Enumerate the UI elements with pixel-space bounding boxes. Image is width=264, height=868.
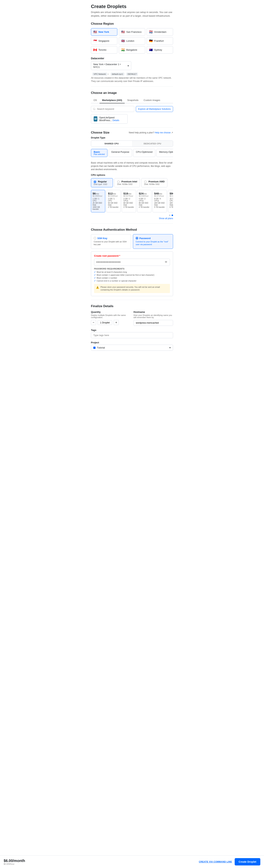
region-label-sydney: Sydney bbox=[154, 49, 162, 51]
pw-warning: ⚠️ Please store your password securely. … bbox=[94, 284, 170, 293]
region-label-bangalore: Bangalore bbox=[126, 49, 137, 51]
hostname-sub: Give your Droplets an identifying name y… bbox=[133, 314, 173, 318]
pw-req-2: ✓ Must contain 1 uppercase letter (canno… bbox=[94, 274, 170, 276]
cpu-option-amd[interactable]: Premium AMD Disk: NVMe SSD bbox=[141, 178, 167, 187]
region-card-sanfrancisco[interactable]: 🇺🇸 San Francisco bbox=[119, 28, 145, 36]
auth-section: Choose Authentication Method SSH Key Con… bbox=[91, 228, 173, 296]
help-me-choose-link[interactable]: Help me choose bbox=[155, 131, 171, 134]
droplet-type-tabs: SHARED CPU DEDICATED CPU bbox=[91, 141, 173, 147]
vpc-note: All resources created in this datacenter… bbox=[91, 76, 173, 83]
plan-tab-general[interactable]: General Purpose bbox=[108, 149, 132, 157]
size-header: Choose Size Need help picking a plan? He… bbox=[91, 131, 173, 134]
region-card-singapore[interactable]: 🇸🇬 Singapore bbox=[91, 37, 117, 44]
cpu-option-radio-regular: Regular bbox=[94, 180, 110, 183]
marketplace-selected-item[interactable]: W OpenLiteSpeed WordPress... Details bbox=[91, 114, 128, 124]
password-dots: •••••••••••••••• bbox=[97, 260, 163, 264]
price-card-18[interactable]: $18/mo $0.027/hour 2 GB / 2 CPUs 60 GB S… bbox=[122, 190, 136, 212]
marketplace-item-info: OpenLiteSpeed WordPress... Details bbox=[99, 116, 125, 122]
cpu-options-row: Regular Disk type: SSD Premium Intel Dis… bbox=[91, 178, 173, 187]
region-label-amsterdam: Amsterdam bbox=[154, 31, 166, 33]
search-row: Explore all Marketplace Solutions bbox=[91, 106, 173, 112]
tab-os[interactable]: OS bbox=[91, 97, 100, 103]
plan-tabs: BasicPlan selected General Purpose CPU-O… bbox=[91, 149, 173, 157]
region-card-bangalore[interactable]: 🇮🇳 Bangalore bbox=[119, 46, 145, 54]
price-card-48[interactable]: $48/mo $0.071/hour 8 GB / 4 CPUs 160 GB … bbox=[153, 190, 167, 212]
project-label: Project bbox=[91, 341, 173, 344]
datacenter-value: New York • Datacenter 1 • NYC1 bbox=[93, 63, 128, 68]
pagination-dots bbox=[91, 215, 173, 216]
plan-tab-cpu[interactable]: CPU-Optimized bbox=[133, 149, 155, 157]
shared-cpu-tab[interactable]: SHARED CPU bbox=[91, 141, 132, 147]
price-card-6[interactable]: $6/mo $0.009/hour 1 GB / 1 CPU 25 GB SSD… bbox=[91, 190, 105, 212]
region-card-sydney[interactable]: 🇦🇺 Sydney bbox=[147, 46, 173, 54]
password-radio bbox=[136, 237, 138, 240]
flag-usa1: 🇺🇸 bbox=[93, 30, 97, 34]
footer-spacer bbox=[91, 356, 173, 369]
tab-marketplace[interactable]: Marketplace (243) bbox=[100, 97, 125, 103]
dot1 bbox=[169, 215, 170, 216]
region-card-toronto[interactable]: 🇨🇦 Toronto bbox=[91, 46, 117, 54]
cpu-option-radio-amd: Premium AMD bbox=[144, 180, 165, 183]
region-label-newyork: New York bbox=[99, 31, 109, 33]
flag-in: 🇮🇳 bbox=[121, 48, 125, 52]
region-grid: 🇺🇸 New York 🇺🇸 San Francisco 🇳🇱 Amsterda… bbox=[91, 28, 173, 54]
password-label: Create root password * bbox=[94, 254, 170, 257]
page-subtitle: Droplets are virtual machines that anyon… bbox=[91, 10, 173, 18]
hostname-input[interactable] bbox=[133, 320, 173, 326]
show-all-plans-link[interactable]: Show all plans bbox=[91, 217, 173, 220]
quantity-label: Quantity bbox=[91, 311, 131, 313]
vpc-label: VPC Network - default-nyc1 DEFAULT bbox=[91, 73, 173, 75]
finalize-title: Finalize Details bbox=[91, 304, 173, 308]
price-card-12[interactable]: $12/mo $0.018/hour 2 GB / 1 CPU 50 GB SS… bbox=[106, 190, 121, 212]
tags-input[interactable] bbox=[91, 332, 173, 338]
tags-section: Tags bbox=[91, 329, 173, 338]
password-card-sub: Connect to your Droplet as the "root" us… bbox=[136, 240, 170, 246]
cpu-option-radio-intel: Premium Intel bbox=[117, 180, 137, 183]
region-card-london[interactable]: 🇬🇧 London bbox=[119, 37, 145, 44]
plan-tab-basic[interactable]: BasicPlan selected bbox=[91, 149, 107, 157]
quantity-row: − + bbox=[91, 320, 131, 325]
plan-tab-memory[interactable]: Memory-Optimized bbox=[156, 149, 173, 157]
flag-sg: 🇸🇬 bbox=[93, 39, 97, 42]
region-label-sanfrancisco: San Francisco bbox=[126, 31, 141, 33]
password-input-row: •••••••••••••••• 👁 bbox=[94, 259, 170, 266]
quantity-col: Quantity Deploy multiple Droplets with t… bbox=[91, 311, 131, 326]
auth-password-card[interactable]: Password Connect to your Droplet as the … bbox=[133, 234, 173, 249]
region-card-amsterdam[interactable]: 🇳🇱 Amsterdam bbox=[147, 28, 173, 36]
ssh-radio bbox=[94, 237, 96, 240]
region-section-title: Choose Region bbox=[91, 22, 173, 26]
vpc-name: default-nyc1 bbox=[111, 73, 124, 75]
auth-ssh-card[interactable]: SSH Key Connect to your Droplet with an … bbox=[91, 234, 131, 249]
warning-icon: ⚠️ bbox=[96, 286, 99, 289]
region-label-singapore: Singapore bbox=[99, 39, 109, 42]
quantity-increase-button[interactable]: + bbox=[114, 320, 119, 325]
datacenter-select[interactable]: New York • Datacenter 1 • NYC1 ▾ bbox=[91, 61, 131, 70]
vpc-badge: DEFAULT bbox=[126, 73, 138, 75]
explore-button[interactable]: Explore all Marketplace Solutions bbox=[136, 106, 173, 112]
project-section: Project Tutorial ▾ bbox=[91, 341, 173, 351]
project-select[interactable]: Tutorial ▾ bbox=[91, 345, 173, 351]
search-input[interactable] bbox=[91, 106, 134, 112]
marketplace-item-details-link[interactable]: Details bbox=[112, 119, 120, 122]
image-section-title: Choose an image bbox=[91, 91, 173, 95]
region-label-frankfurt: Frankfurt bbox=[154, 39, 164, 42]
cpu-option-intel[interactable]: Premium Intel Disk: NVMe SSD bbox=[114, 178, 140, 187]
tab-snapshots[interactable]: Snapshots bbox=[125, 97, 141, 103]
eye-icon[interactable]: 👁 bbox=[165, 260, 167, 264]
region-card-newyork[interactable]: 🇺🇸 New York bbox=[91, 28, 117, 36]
price-plans-row: $6/mo $0.009/hour 1 GB / 1 CPU 25 GB SSD… bbox=[91, 190, 173, 213]
cpu-option-regular[interactable]: Regular Disk type: SSD bbox=[91, 178, 113, 187]
region-card-frankfurt[interactable]: 🇩🇪 Frankfurt bbox=[147, 37, 173, 44]
size-section-title: Choose Size bbox=[91, 131, 109, 134]
quantity-decrease-button[interactable]: − bbox=[91, 320, 96, 325]
datacenter-label: Datacenter bbox=[91, 57, 173, 60]
marketplace-item-name: OpenLiteSpeed WordPress... bbox=[99, 116, 114, 122]
tab-custom-images[interactable]: Custom images bbox=[141, 97, 163, 103]
image-tabs: OS Marketplace (243) Snapshots Custom im… bbox=[91, 97, 173, 103]
flag-ca: 🇨🇦 bbox=[93, 48, 97, 52]
auth-section-title: Choose Authentication Method bbox=[91, 228, 173, 231]
price-card-24[interactable]: $24/mo $0.036/hour 4 GB / 2 CPUs 80 GB S… bbox=[137, 190, 152, 212]
dedicated-cpu-tab[interactable]: DEDICATED CPU bbox=[132, 141, 173, 147]
price-card-96[interactable]: $96/mo $0.143/hour 16 GB / 8 CPUs 320 GB… bbox=[168, 190, 173, 212]
quantity-input[interactable] bbox=[98, 320, 112, 325]
